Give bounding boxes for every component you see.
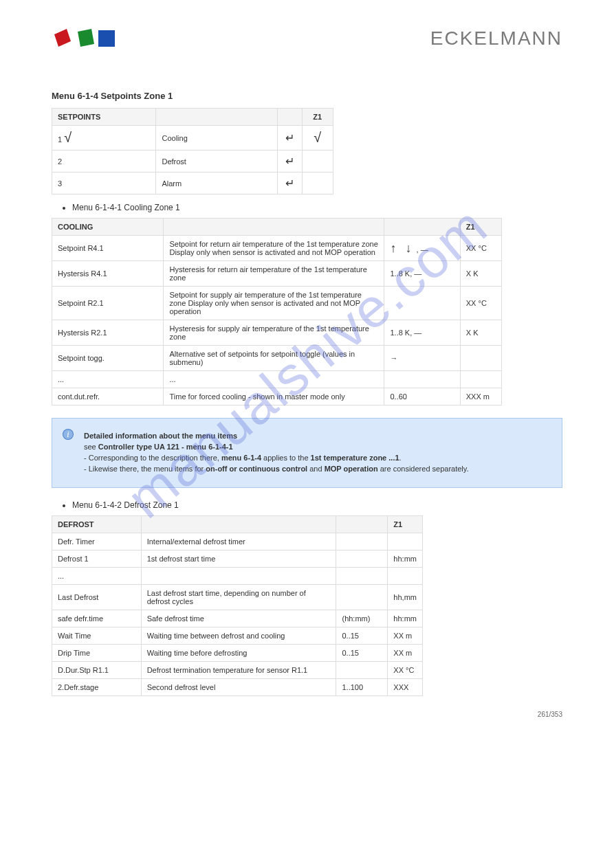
cell-entry: 0..15 bbox=[336, 627, 388, 644]
cell-param: Drip Time bbox=[52, 644, 142, 661]
cell-param: cont.dut.refr. bbox=[52, 388, 164, 405]
cube-blue-icon bbox=[96, 27, 118, 49]
cell-param: Setpoint R2.1 bbox=[52, 287, 164, 320]
table-row: 2 Defrost ↵ bbox=[52, 151, 333, 173]
cell-param: Defrost 1 bbox=[52, 550, 142, 567]
check-icon: √ bbox=[314, 130, 321, 145]
cell-val: hh,mm bbox=[388, 584, 423, 610]
th-z1: Z1 bbox=[388, 515, 423, 533]
svg-text:i: i bbox=[67, 430, 69, 439]
cell-desc: Internal/external defrost timer bbox=[141, 533, 336, 550]
cell-desc: Second defrost level bbox=[141, 678, 336, 695]
cell-param: ... bbox=[52, 567, 142, 584]
cell-entry bbox=[384, 287, 460, 320]
th-cooling: COOLING bbox=[52, 219, 164, 236]
bullet-list-1: Menu 6-1-4-1 Cooling Zone 1 bbox=[72, 203, 562, 212]
cell-desc: Time for forced cooling - shown in maste… bbox=[164, 388, 384, 405]
table-row: ... ... bbox=[52, 371, 502, 388]
cell-param: Setpoint R4.1 bbox=[52, 236, 164, 261]
check-icon: √ bbox=[64, 130, 72, 145]
cell-val: XXX bbox=[388, 678, 423, 695]
info-box-heading: Detailed information about the menu item… bbox=[84, 432, 237, 440]
info-icon: i bbox=[62, 428, 74, 441]
cell-entry bbox=[336, 584, 388, 610]
table-row: Setpoint R4.1 Setpoint for return air te… bbox=[52, 236, 502, 261]
page-number: 261/353 bbox=[538, 711, 562, 718]
cell-param: Last Defrost bbox=[52, 584, 142, 610]
table-row: Defr. Timer Internal/external defrost ti… bbox=[52, 533, 423, 550]
cell-label: Cooling bbox=[156, 126, 278, 151]
cell-entry: 0..60 bbox=[384, 388, 460, 405]
table-row: Hystersis R4.1 Hysteresis for return air… bbox=[52, 261, 502, 287]
logo-cubes bbox=[52, 27, 118, 49]
cell-desc: ... bbox=[164, 371, 384, 388]
th-empty2 bbox=[278, 109, 302, 126]
cell-desc: Alternative set of setpoints for setpoin… bbox=[164, 346, 384, 371]
cube-red-icon bbox=[52, 27, 74, 49]
svg-rect-2 bbox=[98, 30, 115, 47]
cell-desc: 1st defrost start time bbox=[141, 550, 336, 567]
cell-val bbox=[388, 533, 423, 550]
cell-desc: Safe defrost time bbox=[141, 610, 336, 627]
cell-entry bbox=[336, 550, 388, 567]
cell-val bbox=[460, 346, 501, 371]
cell-entry: ↑ ↓ , — bbox=[384, 236, 460, 261]
cell-val: hh:mm bbox=[388, 550, 423, 567]
th-z1: Z1 bbox=[460, 219, 501, 236]
cell-param: Hystersis R4.1 bbox=[52, 261, 164, 287]
cell-val: hh:mm bbox=[388, 610, 423, 627]
cell-desc: Waiting time before defrosting bbox=[141, 644, 336, 661]
table-row: Setpoint togg. Alternative set of setpoi… bbox=[52, 346, 502, 371]
cell-param: Wait Time bbox=[52, 627, 142, 644]
cell-z1 bbox=[302, 173, 333, 194]
table-row: Last Defrost Last defrost start time, de… bbox=[52, 584, 423, 610]
table-row: Drip Time Waiting time before defrosting… bbox=[52, 644, 423, 661]
cell-z1 bbox=[302, 151, 333, 173]
cube-green-icon bbox=[74, 27, 96, 49]
table-row: cont.dut.refr. Time for forced cooling -… bbox=[52, 388, 502, 405]
bullet-defrost-z1: Menu 6-1-4-2 Defrost Zone 1 bbox=[72, 500, 562, 510]
cell-entry: 1..8 K, — bbox=[384, 320, 460, 346]
enter-icon: ↵ bbox=[285, 132, 294, 144]
cell-val: X K bbox=[460, 261, 501, 287]
th-empty2 bbox=[384, 219, 460, 236]
cell-entry: (hh:mm) bbox=[336, 610, 388, 627]
cell-param: Defr. Timer bbox=[52, 533, 142, 550]
cell-entry bbox=[336, 661, 388, 678]
cell-desc: Waiting time between defrost and cooling bbox=[141, 627, 336, 644]
table-row: Hystersis R2.1 Hysteresis for supply air… bbox=[52, 320, 502, 346]
table-defrost-z1: DEFROST Z1 Defr. Timer Internal/external… bbox=[52, 515, 423, 696]
cell-val: XX °C bbox=[460, 236, 501, 261]
table-cooling-z1: COOLING Z1 Setpoint R4.1 Setpoint for re… bbox=[52, 218, 502, 405]
table-row: 3 Alarm ↵ bbox=[52, 173, 333, 194]
cell-num: 1 bbox=[58, 135, 62, 144]
cell-param: Hystersis R2.1 bbox=[52, 320, 164, 346]
updown-arrows-icon: ↑ ↓ bbox=[390, 241, 414, 255]
cell-desc: Last defrost start time, depending on nu… bbox=[141, 584, 336, 610]
cell-param: safe defr.time bbox=[52, 610, 142, 627]
cell-action: ↵ bbox=[278, 126, 302, 151]
table-row: 2.Defr.stage Second defrost level 1..100… bbox=[52, 678, 423, 695]
th-z1: Z1 bbox=[302, 109, 333, 126]
table-row: safe defr.time Safe defrost time (hh:mm)… bbox=[52, 610, 423, 627]
cell-num: 2 bbox=[52, 151, 156, 173]
cell-val: XX °C bbox=[388, 661, 423, 678]
cell-val bbox=[388, 567, 423, 584]
th-empty bbox=[164, 219, 384, 236]
cell-entry bbox=[384, 371, 460, 388]
cell-label: Defrost bbox=[156, 151, 278, 173]
cell-val bbox=[460, 371, 501, 388]
cell-param: 2.Defr.stage bbox=[52, 678, 142, 695]
table-row: Setpoint R2.1 Setpoint for supply air te… bbox=[52, 287, 502, 320]
cell-param: ... bbox=[52, 371, 164, 388]
cell-val: XXX m bbox=[460, 388, 501, 405]
table-row: Wait Time Waiting time between defrost a… bbox=[52, 627, 423, 644]
cell-desc: Hysteresis for supply air temperature of… bbox=[164, 320, 384, 346]
bullet-cooling-z1: Menu 6-1-4-1 Cooling Zone 1 bbox=[72, 203, 562, 212]
cell-entry bbox=[336, 533, 388, 550]
enter-icon: ↵ bbox=[285, 177, 294, 189]
table-setpoints-z1: SETPOINTS Z1 1 √ Cooling ↵ √ 2 Defrost ↵… bbox=[52, 108, 333, 194]
cell-desc: Setpoint for supply air temperature of t… bbox=[164, 287, 384, 320]
cell-action: ↵ bbox=[278, 151, 302, 173]
cell-label: Alarm bbox=[156, 173, 278, 194]
